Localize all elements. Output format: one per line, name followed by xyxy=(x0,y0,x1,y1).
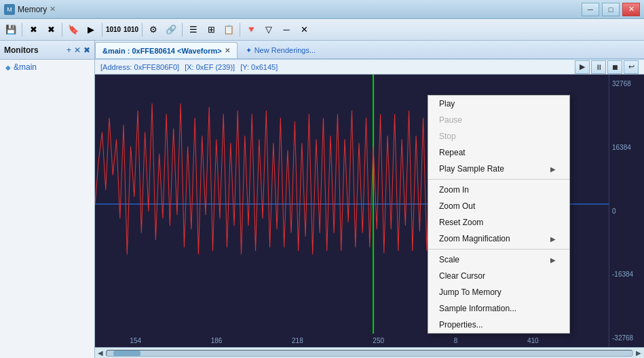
toolbar-play-icon[interactable]: ▶ xyxy=(83,22,99,38)
ctx-sample-info-label: Sample Information... xyxy=(439,304,516,313)
toolbar-settings-icon[interactable]: ⚙ xyxy=(145,22,162,38)
tab-close-icon[interactable]: ✕ xyxy=(225,47,230,54)
ctx-clear-cursor[interactable]: Clear Cursor xyxy=(428,268,569,284)
toolbar-separator-3 xyxy=(102,23,102,37)
app-icon: M xyxy=(4,4,15,15)
ctx-scale-label: Scale xyxy=(439,255,459,264)
ctx-sample-info[interactable]: Sample Information... xyxy=(428,300,569,317)
ctx-zoom-magnification-label: Zoom Magnification xyxy=(439,234,510,243)
window-controls[interactable]: ─ □ ✕ xyxy=(582,3,640,16)
ctx-reset-zoom[interactable]: Reset Zoom xyxy=(428,214,569,231)
minimize-button[interactable]: ─ xyxy=(582,3,599,16)
maximize-button[interactable]: □ xyxy=(602,3,620,16)
content-area: &main : 0xFFE80614 <Waveform> ✕ ✦ New Re… xyxy=(95,41,644,358)
toolbar-minimize2-icon[interactable]: ─ xyxy=(278,22,295,38)
x-axis: 154 186 218 250 8 410 xyxy=(95,334,609,347)
x-label-154: 154 xyxy=(130,337,141,344)
ctx-zoom-out[interactable]: Zoom Out xyxy=(428,198,569,214)
scroll-track[interactable] xyxy=(106,350,633,357)
main-layout: Monitors + ✕ ✖ ◆ &main &main : 0xFFE8061… xyxy=(0,41,644,358)
play-button[interactable]: ▶ xyxy=(575,60,590,74)
h-scrollbar[interactable]: ◀ ▶ xyxy=(95,347,644,358)
toolbar-1010b-icon[interactable]: 1010 xyxy=(123,22,139,38)
toolbar-chevron-icon[interactable]: ▽ xyxy=(261,22,277,38)
monitors-label: Monitors xyxy=(4,45,64,55)
repeat-button[interactable]: ↩ xyxy=(624,60,639,74)
toolbar: 💾 ✖ ✖ 🔖 ▶ 1010 1010 ⚙ 🔗 ☰ ⊞ 📋 🔻 ▽ ─ ✕ xyxy=(0,19,644,41)
ctx-play-sample-rate[interactable]: Play Sample Rate ▶ xyxy=(428,161,569,177)
toolbar-dropdown-icon[interactable]: 🔻 xyxy=(243,22,259,38)
toolbar-separator-2 xyxy=(62,23,62,37)
toolbar-stop-icon[interactable]: ✖ xyxy=(25,22,41,38)
left-panel: Monitors + ✕ ✖ ◆ &main xyxy=(0,41,95,358)
toolbar-separator-6 xyxy=(240,23,240,37)
waveform-area[interactable]: 154 186 218 250 8 410 32768 16384 0 -163… xyxy=(95,75,644,347)
toolbar-save-icon[interactable]: 💾 xyxy=(3,22,19,38)
toolbar-close2-icon[interactable]: ✕ xyxy=(296,22,312,38)
main-tree-item[interactable]: ◆ &main xyxy=(0,60,94,75)
ctx-zoom-in-label: Zoom In xyxy=(439,185,469,195)
ctx-pause-label: Pause xyxy=(439,115,462,125)
toolbar-grid-icon[interactable]: ⊞ xyxy=(203,22,219,38)
tab-new-renderings[interactable]: ✦ New Renderings... xyxy=(239,42,323,58)
y-axis-right: 32768 16384 0 -16384 -32768 xyxy=(609,75,644,347)
y-label-0: 0 xyxy=(612,207,616,215)
x-label-186: 186 xyxy=(211,337,223,344)
ctx-reset-zoom-label: Reset Zoom xyxy=(439,218,483,227)
x-label-250: 250 xyxy=(373,337,384,344)
address-info: [Address: 0xFFE806F0] xyxy=(100,63,179,71)
scroll-left-icon[interactable]: ◀ xyxy=(98,349,103,357)
y-label-neg16384: -16384 xyxy=(612,271,633,278)
ctx-jump-to-memory[interactable]: Jump To Memory xyxy=(428,284,569,300)
remove-monitor-icon[interactable]: ✕ xyxy=(74,45,81,55)
toolbar-1010a-icon[interactable]: 1010 xyxy=(105,22,121,38)
ctx-clear-cursor-label: Clear Cursor xyxy=(439,271,485,281)
tab-waveform[interactable]: &main : 0xFFE80614 <Waveform> ✕ xyxy=(95,42,238,58)
playback-controls: ▶ ⏸ ⏹ ↩ xyxy=(575,60,639,74)
info-bar: [Address: 0xFFE806F0] [X: 0xEF (239)] [Y… xyxy=(95,60,644,75)
toolbar-clipboard-icon[interactable]: 📋 xyxy=(221,22,237,38)
y-label-32768: 32768 xyxy=(612,80,631,87)
ctx-properties-label: Properties... xyxy=(439,320,483,330)
pause-button[interactable]: ⏸ xyxy=(591,60,606,74)
toolbar-disconnect-icon[interactable]: ✖ xyxy=(43,22,59,38)
ctx-pause: Pause xyxy=(428,112,569,128)
toolbar-link-icon[interactable]: 🔗 xyxy=(163,22,179,38)
title-bar-left: M Memory ✕ xyxy=(4,4,56,15)
toolbar-separator-4 xyxy=(142,23,143,37)
ctx-play[interactable]: Play xyxy=(428,96,569,112)
ctx-play-label: Play xyxy=(439,99,455,108)
window-title: Memory xyxy=(18,5,47,14)
toolbar-list-icon[interactable]: ☰ xyxy=(185,22,202,38)
ctx-repeat[interactable]: Repeat xyxy=(428,144,569,161)
tab-waveform-label: &main : 0xFFE80614 <Waveform> xyxy=(102,47,222,55)
toolbar-separator-1 xyxy=(22,23,22,37)
close-button[interactable]: ✕ xyxy=(622,3,640,16)
scroll-thumb[interactable] xyxy=(113,351,140,356)
ctx-zoom-in[interactable]: Zoom In xyxy=(428,182,569,198)
ctx-stop: Stop xyxy=(428,128,569,144)
ctx-scale-arrow-icon: ▶ xyxy=(550,256,556,264)
title-bar: M Memory ✕ ─ □ ✕ xyxy=(0,0,644,19)
diamond-icon: ◆ xyxy=(5,64,11,71)
tab-bar: &main : 0xFFE80614 <Waveform> ✕ ✦ New Re… xyxy=(95,41,644,60)
scroll-right-icon[interactable]: ▶ xyxy=(636,349,641,357)
new-renderings-label: New Renderings... xyxy=(254,46,316,54)
ctx-scale[interactable]: Scale ▶ xyxy=(428,252,569,268)
x-label-8: 8 xyxy=(454,337,458,344)
stop-button[interactable]: ⏹ xyxy=(607,60,622,74)
ctx-stop-label: Stop xyxy=(439,132,456,141)
menu-monitor-icon[interactable]: ✖ xyxy=(83,45,90,55)
monitors-header: Monitors + ✕ ✖ xyxy=(0,41,94,60)
ctx-properties[interactable]: Properties... xyxy=(428,317,569,333)
main-item-label: &main xyxy=(14,62,37,72)
toolbar-bookmark-icon[interactable]: 🔖 xyxy=(65,22,81,38)
add-monitor-icon[interactable]: + xyxy=(67,45,71,55)
ctx-play-sample-rate-label: Play Sample Rate xyxy=(439,164,504,174)
y-label-16384: 16384 xyxy=(612,144,631,151)
ctx-sep-2 xyxy=(428,249,569,250)
ctx-jump-to-memory-label: Jump To Memory xyxy=(439,287,501,297)
context-menu: Play Pause Stop Repeat Play Sample Rate … xyxy=(428,95,570,334)
y-label-neg32768: -32768 xyxy=(612,334,633,342)
ctx-zoom-magnification[interactable]: Zoom Magnification ▶ xyxy=(428,231,569,247)
